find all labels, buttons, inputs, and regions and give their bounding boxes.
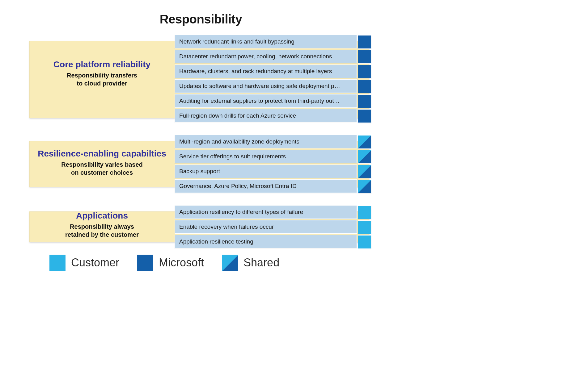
resp-row: Application resiliency to different type… — [175, 205, 357, 219]
legend-swatch-shared — [222, 255, 238, 271]
row-label: Enable recovery when failures occur — [179, 223, 274, 230]
resp-row: Governance, Azure Policy, Microsoft Entr… — [175, 179, 357, 193]
row-label: Application resilience testing — [179, 238, 253, 245]
owner-badge-shared — [358, 135, 371, 149]
owner-badge-microsoft — [358, 109, 371, 123]
category-core-platform: Core platform reliability Responsibility… — [29, 35, 372, 123]
diagram-title: Responsibility — [29, 12, 372, 26]
row-label: Network redundant links and fault bypass… — [179, 38, 294, 45]
rows-list: Application resiliency to different type… — [175, 205, 357, 248]
row-label: Auditing for external suppliers to prote… — [179, 98, 341, 104]
resp-row: Enable recovery when failures occur — [175, 220, 357, 234]
legend: Customer Microsoft Shared — [49, 255, 279, 271]
category-subtitle-line2: on customer choices — [29, 169, 175, 177]
legend-item-shared: Shared — [222, 255, 279, 271]
owner-badge-microsoft — [358, 50, 371, 64]
resp-row: Hardware, clusters, and rack redundancy … — [175, 65, 357, 78]
category-resilience-capabilities: Resilience-enabling capabilties Responsi… — [29, 135, 372, 193]
owner-badge-shared — [358, 180, 371, 193]
row-label: Backup support — [179, 168, 220, 175]
row-label: Full-region down drills for each Azure s… — [179, 112, 296, 119]
category-subtitle-line2: to cloud provider — [29, 79, 175, 87]
owner-badge-shared — [358, 150, 371, 164]
category-title: Resilience-enabling capabilties — [29, 149, 175, 159]
category-label: Resilience-enabling capabilties Responsi… — [29, 149, 175, 177]
row-label: Hardware, clusters, and rack redundancy … — [179, 68, 332, 75]
resp-row: Backup support — [175, 165, 357, 178]
resp-row: Auditing for external suppliers to prote… — [175, 94, 357, 108]
row-label: Application resiliency to different type… — [179, 209, 303, 215]
owner-badge-microsoft — [358, 94, 371, 108]
resp-row: Updates to software and hardware using s… — [175, 79, 357, 93]
owner-badge-customer — [358, 206, 371, 219]
owner-badge-microsoft — [358, 65, 371, 78]
rows-list: Multi-region and availability zone deplo… — [175, 135, 357, 193]
legend-label: Customer — [71, 256, 119, 269]
resp-row: Datacenter redundant power, cooling, net… — [175, 50, 357, 63]
owner-badge-microsoft — [358, 80, 371, 93]
owner-badge-shared — [358, 165, 371, 178]
legend-swatch-microsoft — [137, 255, 153, 271]
legend-item-microsoft: Microsoft — [137, 255, 204, 271]
legend-item-customer: Customer — [49, 255, 119, 271]
rows-list: Network redundant links and fault bypass… — [175, 35, 357, 123]
category-title: Core platform reliability — [29, 60, 175, 69]
row-label: Updates to software and hardware using s… — [179, 83, 341, 90]
row-label: Multi-region and availability zone deplo… — [179, 138, 299, 145]
category-title: Applications — [29, 211, 175, 221]
owner-badge-customer — [358, 220, 371, 234]
resp-row: Service tier offerings to suit requireme… — [175, 150, 357, 163]
legend-swatch-customer — [49, 255, 66, 271]
category-label: Applications Responsibility always retai… — [29, 211, 175, 239]
legend-label: Microsoft — [159, 256, 204, 269]
resp-row: Multi-region and availability zone deplo… — [175, 135, 357, 148]
row-label: Governance, Azure Policy, Microsoft Entr… — [179, 183, 297, 190]
responsibility-diagram: Responsibility Core platform reliability… — [29, 12, 372, 261]
category-subtitle-line1: Responsibility transfers — [29, 71, 175, 79]
resp-row: Application resilience testing — [175, 235, 357, 248]
resp-row: Network redundant links and fault bypass… — [175, 35, 357, 48]
category-subtitle-line1: Responsibility varies based — [29, 161, 175, 169]
category-subtitle-line1: Responsibility always — [29, 223, 175, 231]
resp-row: Full-region down drills for each Azure s… — [175, 109, 357, 123]
category-applications: Applications Responsibility always retai… — [29, 205, 372, 248]
legend-label: Shared — [243, 256, 279, 269]
owner-badge-microsoft — [358, 35, 371, 49]
row-label: Datacenter redundant power, cooling, net… — [179, 53, 332, 60]
owner-badge-customer — [358, 235, 371, 249]
row-label: Service tier offerings to suit requireme… — [179, 153, 286, 160]
category-subtitle-line2: retained by the customer — [29, 231, 175, 239]
category-label: Core platform reliability Responsibility… — [29, 60, 175, 87]
